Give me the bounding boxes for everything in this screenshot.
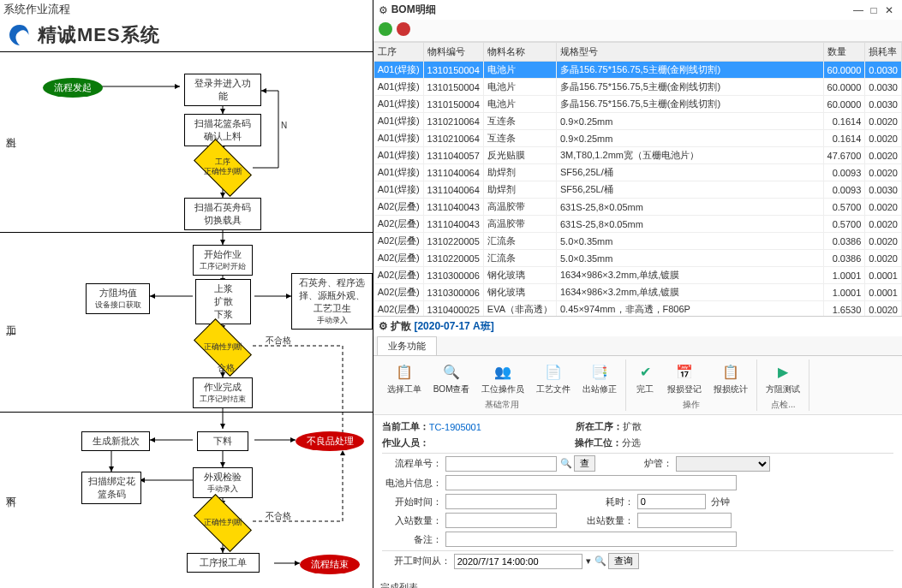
ribbon-icon: ✔ bbox=[635, 361, 655, 382]
table-row[interactable]: A02(层叠)1310300006钢化玻璃1634×986×3.2mm,单绒,镀… bbox=[373, 284, 901, 301]
bom-title-text: BOM明细 bbox=[391, 3, 851, 17]
logo-bar: 精诚MES系统 bbox=[0, 19, 373, 52]
label-n: N bbox=[281, 121, 287, 130]
bom-col-header[interactable]: 规格型号 bbox=[557, 43, 824, 62]
search-icon[interactable]: 🔍 bbox=[594, 555, 606, 567]
tab-operations[interactable]: 业务功能 bbox=[377, 336, 437, 355]
worktime-input[interactable] bbox=[454, 554, 582, 569]
ribbon-group-label: 操作 bbox=[683, 399, 700, 411]
table-row[interactable]: A01(焊接)1310150004电池片多晶156.75*156.75,5主栅(… bbox=[373, 62, 901, 79]
table-row[interactable]: A01(焊接)1311040057反光贴膜3M,T80,1.2mm宽（五栅电池片… bbox=[373, 147, 901, 164]
maximize-button[interactable]: □ bbox=[866, 4, 881, 16]
ribbon-icon: 🔍 bbox=[441, 361, 462, 382]
table-row[interactable]: A02(层叠)1311040043高温胶带631S-25,8×0.05mm0.5… bbox=[373, 216, 901, 233]
flowchart: 上料 加工 下料 bbox=[0, 52, 373, 588]
station-label: 操作工位： bbox=[575, 437, 622, 449]
ribbon-label: 选择工单 bbox=[387, 383, 421, 395]
table-row[interactable]: A02(层叠)1310220005汇流条5.0×0.35mm0.03860.00… bbox=[373, 250, 901, 267]
bom-col-header[interactable]: 物料名称 bbox=[483, 43, 556, 62]
bom-table: 工序物料编号物料名称规格型号数量损耗率 A01(焊接)1310150004电池片… bbox=[373, 42, 902, 316]
node-resist: 方阻均值设备接口获取 bbox=[86, 283, 150, 314]
table-row[interactable]: A01(焊接)1310210064互连条0.9×0.25mm0.16140.00… bbox=[373, 113, 901, 130]
left-title: 系统作业流程 bbox=[0, 0, 373, 19]
node-judge1: 工序正确性判断 bbox=[193, 151, 253, 185]
ribbon-label: 方阻测试 bbox=[766, 383, 800, 395]
bom-titlebar: ⚙ BOM明细 — □ ✕ bbox=[373, 0, 902, 20]
dropdown-icon[interactable]: ▾ bbox=[586, 555, 591, 567]
ribbon-group: ▶方阻测试点检... bbox=[757, 359, 809, 411]
node-load: 上浆 扩散 下浆 bbox=[195, 279, 251, 324]
ribbon-button[interactable]: 📋选择工单 bbox=[382, 359, 427, 397]
ribbon-button[interactable]: 📑出站修正 bbox=[577, 359, 622, 397]
table-row[interactable]: A01(焊接)1310150004电池片多晶156.75*156.75,5主栅(… bbox=[373, 79, 901, 96]
flow-input[interactable] bbox=[445, 456, 557, 472]
done-list-label: 完成列表 bbox=[380, 581, 895, 588]
ribbon-button[interactable]: 📅报损登记 bbox=[662, 359, 707, 397]
search-icon[interactable]: 🔍 bbox=[560, 458, 572, 469]
table-row[interactable]: A01(焊接)1311040064助焊剂SF56,25L/桶0.00930.00… bbox=[373, 164, 901, 181]
label-ok: 合格 bbox=[218, 362, 235, 374]
logo-text: 精诚MES系统 bbox=[38, 22, 160, 48]
add-icon[interactable] bbox=[379, 22, 392, 36]
start-input[interactable] bbox=[445, 494, 557, 509]
divider-1 bbox=[0, 232, 373, 233]
cell-input[interactable] bbox=[445, 475, 737, 490]
remove-icon[interactable] bbox=[397, 22, 410, 36]
minimize-button[interactable]: — bbox=[851, 4, 866, 16]
ribbon-icon: 📋 bbox=[720, 361, 741, 382]
divider-2 bbox=[0, 412, 373, 413]
table-row[interactable]: A02(层叠)1310300006钢化玻璃1634×986×3.2mm,单绒,镀… bbox=[373, 267, 901, 284]
node-judge2: 正确性判断 bbox=[193, 330, 253, 365]
search-button[interactable]: 查 bbox=[574, 455, 595, 472]
work-title: ⚙ 扩散 [2020-07-17 A班] bbox=[373, 317, 902, 336]
table-row[interactable]: A01(焊接)1310210064互连条0.9×0.25mm0.16140.00… bbox=[373, 130, 901, 147]
bom-toolbar bbox=[373, 20, 902, 42]
remark-input[interactable] bbox=[445, 532, 737, 547]
bom-table-wrapper[interactable]: 工序物料编号物料名称规格型号数量损耗率 A01(焊接)1310150004电池片… bbox=[373, 42, 902, 316]
bom-col-header[interactable]: 物料编号 bbox=[423, 43, 483, 62]
ribbon-button[interactable]: 👥工位操作员 bbox=[476, 359, 529, 397]
proc-value: 扩散 bbox=[623, 420, 642, 433]
cell-label: 电池片信息： bbox=[382, 477, 442, 490]
done-list: 完成列表 冻结完成工单流程单开工时间完工时间 bbox=[373, 578, 902, 588]
table-row[interactable]: A01(焊接)1310150004电池片多晶156.75*156.75,5主栅(… bbox=[373, 96, 901, 113]
out-input[interactable] bbox=[637, 513, 732, 528]
ribbon-group-label: 点检... bbox=[771, 399, 795, 411]
node-scan1: 扫描花篮条码确认上料 bbox=[184, 114, 261, 146]
ribbon-button[interactable]: 📋报损统计 bbox=[708, 359, 753, 397]
bom-col-header[interactable]: 工序 bbox=[373, 43, 423, 62]
in-label: 入站数量： bbox=[382, 514, 442, 527]
logo-icon bbox=[7, 22, 33, 48]
bom-col-header[interactable]: 数量 bbox=[823, 43, 865, 62]
table-row[interactable]: A02(层叠)1310400025EVA（非高透）0.45×974mm，非高透，… bbox=[373, 301, 901, 317]
node-start: 流程发起 bbox=[43, 78, 103, 98]
close-button[interactable]: ✕ bbox=[881, 4, 897, 16]
in-input[interactable] bbox=[445, 513, 557, 528]
remark-label: 备注： bbox=[382, 533, 442, 546]
ribbon-label: 工位操作员 bbox=[481, 383, 524, 395]
ribbon-button[interactable]: 🔍BOM查看 bbox=[428, 359, 475, 397]
table-row[interactable]: A02(层叠)1310220005汇流条5.0×0.35mm0.03860.00… bbox=[373, 233, 901, 250]
ribbon-button[interactable]: ▶方阻测试 bbox=[761, 359, 805, 397]
node-begin: 开始作业工序记时开始 bbox=[193, 245, 253, 276]
table-row[interactable]: A02(层叠)1311040043高温胶带631S-25,8×0.05mm0.5… bbox=[373, 199, 901, 216]
gear-icon: ⚙ bbox=[379, 320, 388, 332]
table-row[interactable]: A01(焊接)1311040064助焊剂SF56,25L/桶0.00930.00… bbox=[373, 181, 901, 199]
ribbon-button[interactable]: ✔完工 bbox=[630, 359, 660, 397]
ribbon-label: 完工 bbox=[636, 383, 654, 395]
ribbon-icon: ▶ bbox=[773, 361, 793, 382]
furnace-label: 炉管： bbox=[621, 457, 672, 470]
ribbon-icon: 📋 bbox=[394, 361, 415, 382]
right-panel: ⚙ BOM明细 — □ ✕ 工序物料编号物料名称规格型号数量损耗率 A01(焊接… bbox=[373, 0, 902, 588]
query-button[interactable]: 查询 bbox=[608, 553, 639, 569]
ribbon-icon: 📄 bbox=[543, 361, 564, 382]
furnace-select[interactable] bbox=[676, 456, 770, 472]
cost-input[interactable] bbox=[637, 494, 706, 509]
cost-label: 耗时： bbox=[582, 496, 634, 508]
node-done: 作业完成工序记时结束 bbox=[193, 377, 253, 408]
node-login: 登录并进入功能 bbox=[184, 74, 261, 106]
ribbon-icon: 📅 bbox=[674, 361, 695, 382]
ribbon-icon: 📑 bbox=[589, 361, 610, 382]
bom-col-header[interactable]: 损耗率 bbox=[865, 43, 902, 62]
ribbon-button[interactable]: 📄工艺文件 bbox=[531, 359, 576, 397]
